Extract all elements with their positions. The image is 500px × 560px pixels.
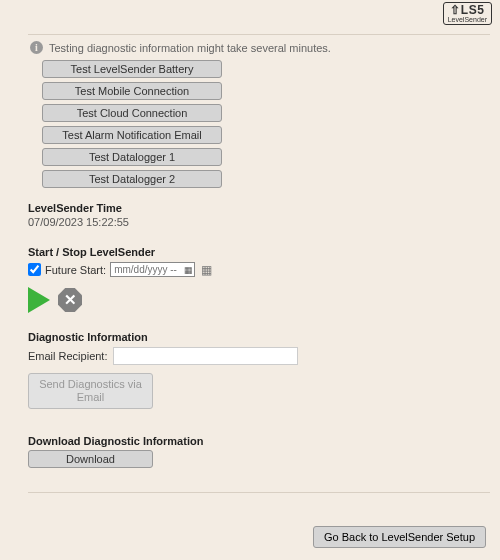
go-back-button[interactable]: Go Back to LevelSender Setup bbox=[313, 526, 486, 548]
test-datalogger-1-button[interactable]: Test Datalogger 1 bbox=[42, 148, 222, 166]
test-battery-button[interactable]: Test LevelSender Battery bbox=[42, 60, 222, 78]
calendar-icon[interactable]: ▦ bbox=[201, 263, 212, 277]
info-note: i Testing diagnostic information might t… bbox=[28, 35, 490, 60]
future-start-label: Future Start: bbox=[45, 264, 106, 276]
future-start-checkbox[interactable] bbox=[28, 263, 41, 276]
send-diagnostics-button[interactable]: Send Diagnostics via Email bbox=[28, 373, 153, 409]
test-mobile-button[interactable]: Test Mobile Connection bbox=[42, 82, 222, 100]
future-start-date-input[interactable] bbox=[110, 262, 195, 277]
email-recipient-input[interactable] bbox=[113, 347, 298, 365]
stop-button[interactable]: ✕ bbox=[58, 288, 82, 312]
main-panel: i Testing diagnostic information might t… bbox=[28, 34, 490, 550]
test-cloud-button[interactable]: Test Cloud Connection bbox=[42, 104, 222, 122]
test-datalogger-2-button[interactable]: Test Datalogger 2 bbox=[42, 170, 222, 188]
start-stop-title: Start / Stop LevelSender bbox=[28, 246, 490, 258]
logo-subtext: LevelSender bbox=[448, 16, 487, 23]
diagnostic-info-title: Diagnostic Information bbox=[28, 331, 490, 343]
divider bbox=[28, 492, 490, 493]
info-icon: i bbox=[30, 41, 43, 54]
logo-text: ⇧LS5 bbox=[448, 4, 487, 16]
test-button-group: Test LevelSender Battery Test Mobile Con… bbox=[42, 60, 490, 188]
download-diag-title: Download Diagnostic Information bbox=[28, 435, 490, 447]
start-button[interactable] bbox=[28, 287, 50, 313]
levelsender-time-value: 07/09/2023 15:22:55 bbox=[28, 216, 490, 228]
download-button[interactable]: Download bbox=[28, 450, 153, 468]
info-text: Testing diagnostic information might tak… bbox=[49, 42, 331, 54]
test-alarm-email-button[interactable]: Test Alarm Notification Email bbox=[42, 126, 222, 144]
app-logo: ⇧LS5 LevelSender bbox=[443, 2, 492, 25]
levelsender-time-title: LevelSender Time bbox=[28, 202, 490, 214]
email-recipient-label: Email Recipient: bbox=[28, 350, 107, 362]
